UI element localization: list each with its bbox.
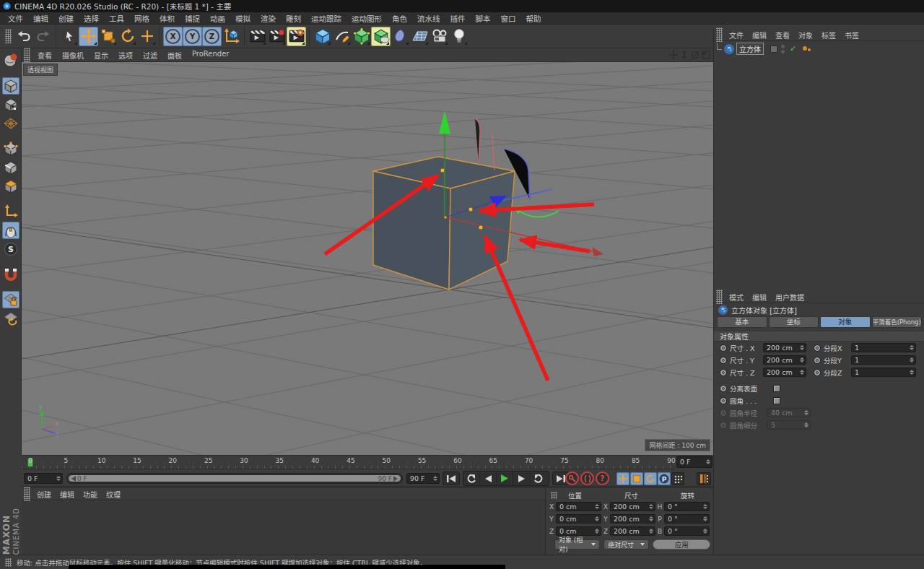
tab-basic[interactable]: 基本	[717, 316, 767, 328]
viewport-toggle-icon[interactable]	[701, 51, 710, 60]
live-selection-button[interactable]	[59, 27, 79, 46]
layer-icon[interactable]	[770, 45, 777, 53]
menu-item[interactable]: 模拟	[230, 13, 256, 24]
visibility-dots-icon[interactable]	[781, 45, 785, 53]
menu-item[interactable]: 窗口	[496, 13, 521, 24]
menu-item[interactable]: 编辑	[28, 13, 53, 24]
menu-item[interactable]: 体积	[154, 13, 180, 24]
field-object-button[interactable]	[391, 27, 410, 46]
viewport-menu-item[interactable]: 面板	[162, 50, 187, 61]
toolbar-grip-icon[interactable]	[5, 29, 12, 43]
object-row-cube[interactable]: 立方体 ✓	[714, 43, 924, 55]
rotate-tool-button[interactable]	[118, 27, 137, 46]
viewport-menu-item[interactable]: 查看	[32, 50, 57, 61]
keyframe-dot-icon[interactable]	[720, 397, 727, 404]
current-frame-field[interactable]: 0 F	[24, 473, 63, 484]
lock-x-axis-button[interactable]: X	[163, 27, 183, 46]
render-settings-button[interactable]	[287, 27, 306, 46]
object-manager-menu-item[interactable]: 标签	[817, 30, 840, 40]
autokeying-button[interactable]	[580, 472, 594, 485]
light-button[interactable]	[449, 27, 468, 46]
viewport-menu-item[interactable]: 过滤	[138, 50, 162, 61]
object-manager-menu-item[interactable]: 查看	[771, 30, 794, 40]
menu-item[interactable]: 文件	[3, 13, 28, 24]
texture-mode-button[interactable]	[2, 96, 19, 113]
attribute-menu-item[interactable]: 模式	[725, 292, 748, 303]
viewport-solo-button[interactable]	[2, 222, 19, 239]
coord-mode-dropdown[interactable]: 对象 (相对)	[554, 539, 600, 550]
enable-snap-button[interactable]	[2, 266, 19, 283]
menu-item[interactable]: 运动图形	[346, 13, 387, 24]
viewport-menu-item[interactable]: 显示	[89, 50, 113, 61]
next-frame-button[interactable]	[513, 472, 530, 485]
keyframe-selection-button[interactable]: ?	[596, 472, 609, 485]
lock-z-axis-button[interactable]: Z	[202, 27, 222, 46]
deformer-button[interactable]	[371, 27, 391, 46]
viewport-menu-item[interactable]: 选项	[113, 50, 138, 61]
apply-button[interactable]: 应用	[653, 539, 710, 550]
size-z-field[interactable]: 200 cm	[763, 368, 806, 377]
menu-item[interactable]: 插件	[445, 13, 471, 24]
record-position-toggle[interactable]	[616, 472, 629, 485]
material-menu-item[interactable]: 功能	[79, 489, 102, 500]
size-x-field[interactable]: 200 cm	[763, 343, 806, 352]
seg-x-field[interactable]: 1	[851, 343, 916, 352]
play-forwards-button[interactable]	[497, 472, 513, 485]
coordinate-system-button[interactable]	[222, 27, 241, 46]
size-y-field-bottom[interactable]: 200 cm	[610, 514, 655, 524]
menu-item[interactable]: 动画	[205, 13, 230, 24]
keyframe-dot-icon[interactable]	[814, 344, 821, 352]
object-manager-menu-item[interactable]: 书签	[840, 30, 863, 40]
seg-y-field[interactable]: 1	[851, 355, 916, 365]
menu-item[interactable]: 创建	[53, 13, 79, 24]
viewport-rotate-icon[interactable]	[690, 51, 699, 60]
timeline-range-slider[interactable]: 0 F 90 F	[66, 473, 403, 484]
workplane-mode-button[interactable]	[2, 115, 19, 132]
animation-palette-button[interactable]	[697, 472, 711, 485]
camera-button[interactable]	[430, 27, 449, 46]
object-name[interactable]: 立方体	[736, 43, 764, 55]
menu-item[interactable]: 渲染	[256, 13, 281, 24]
coordinates-grip-icon[interactable]	[551, 492, 557, 499]
model-mode-button[interactable]	[2, 77, 19, 95]
position-y-field[interactable]: 0 cm	[556, 514, 601, 524]
keyframe-dot-icon[interactable]	[720, 357, 727, 364]
fillet-checkbox[interactable]	[773, 397, 780, 404]
go-to-next-key-button[interactable]	[530, 472, 546, 485]
last-tool-button[interactable]	[137, 27, 157, 46]
enabled-check-icon[interactable]: ✓	[790, 44, 796, 53]
record-rotation-toggle[interactable]	[644, 472, 657, 485]
rotation-p-field[interactable]: 0 °	[664, 514, 710, 524]
edges-mode-button[interactable]	[2, 159, 19, 176]
go-to-start-button[interactable]	[443, 472, 460, 485]
size-mode-dropdown[interactable]: 绝对尺寸	[603, 539, 649, 550]
record-parameter-toggle[interactable]: P	[658, 472, 671, 485]
menu-item[interactable]: 运动跟踪	[306, 13, 346, 24]
tab-object[interactable]: 对象	[820, 316, 871, 328]
tab-phong[interactable]: 平滑着色(Phong)	[872, 316, 923, 328]
workplane-button[interactable]	[2, 310, 19, 327]
point-level-animation-toggle[interactable]	[671, 472, 684, 485]
keyframe-dot-icon[interactable]	[814, 369, 821, 376]
render-region-button[interactable]	[267, 27, 287, 46]
ruler-frame-field[interactable]: 0 F	[676, 456, 712, 468]
add-cube-object-button[interactable]	[313, 27, 332, 46]
enable-axis-button[interactable]	[2, 203, 19, 220]
end-frame-field[interactable]: 90 F	[406, 473, 440, 484]
lock-y-axis-button[interactable]: Y	[183, 27, 202, 46]
menu-item[interactable]: 网格	[129, 13, 154, 24]
rotation-h-field[interactable]: 0 °	[664, 502, 710, 511]
points-mode-button[interactable]	[2, 140, 19, 157]
viewport-menu-item[interactable]: ProRender	[187, 50, 234, 61]
spline-pen-button[interactable]	[332, 27, 352, 46]
material-manager-grip-icon[interactable]	[24, 487, 30, 501]
size-z-field-bottom[interactable]: 200 cm	[610, 526, 655, 536]
menu-item[interactable]: 捕捉	[180, 13, 205, 24]
attribute-menu-item[interactable]: 用户数据	[771, 292, 808, 303]
menu-item[interactable]: 选择	[79, 13, 104, 24]
material-menu-item[interactable]: 纹理	[102, 489, 125, 500]
seg-z-field[interactable]: 1	[851, 368, 916, 377]
viewport-menu-item[interactable]: 摄像机	[57, 50, 89, 61]
phong-tag-icon[interactable]	[803, 46, 811, 51]
scale-tool-button[interactable]	[98, 27, 118, 46]
